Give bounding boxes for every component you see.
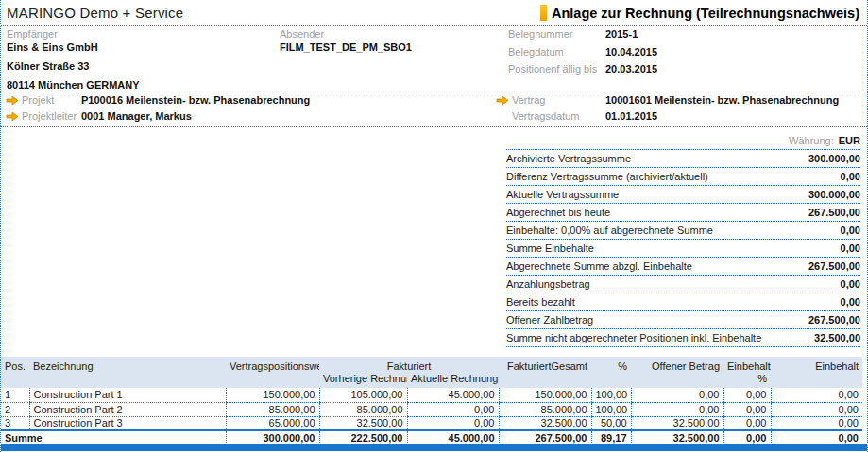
company-title: MARINGO Demo + Service: [7, 5, 183, 21]
faellig-bis-label: Positionenf ällig bis: [508, 63, 597, 75]
contract-summary: Währung: EUR Archivierte Vertragssumme30…: [506, 132, 860, 347]
summary-label: Aktuelle Vertragssumme: [506, 189, 619, 200]
cell-wert: 85.000,00: [226, 402, 319, 416]
table-header-row-2: Vorherige Rechnungen Aktuelle Rechnung %: [1, 373, 862, 388]
col-header-einbehalt-grp: Einbehalt: [723, 357, 771, 373]
recipient-label: Empfänger: [7, 28, 58, 40]
projektleiter-value: 0001 Manager, Markus: [81, 110, 192, 122]
cell-vorherige: 105.000,00: [319, 388, 407, 402]
cell-wert: 65.000,00: [226, 416, 319, 430]
summary-row: Differenz Vertragssumme (archiviert/aktu…: [506, 168, 860, 186]
cell-prozent: 100,00: [591, 402, 631, 416]
cell-pos: 2: [1, 402, 29, 416]
summary-row: Abgerechnet bis heute267.500,00: [506, 204, 860, 222]
faellig-bis-value: 20.03.2015: [605, 63, 657, 75]
summary-row: Summe nicht abgerechneter Positionen ink…: [506, 329, 860, 347]
summary-value: 267.500,00: [808, 260, 860, 272]
vertrag-label: Vertrag: [512, 94, 545, 106]
cell-pos: 1: [1, 388, 29, 402]
belegnummer-label: Belegnummer: [508, 28, 572, 40]
summary-label: Summe Einbehalte: [506, 243, 594, 254]
total-vorherige: 222.500,00: [319, 430, 407, 444]
report-title: Anlage zur Rechnung (Teilrechnungsnachwe…: [540, 5, 859, 21]
cell-aktuelle: 0,00: [407, 416, 499, 430]
cell-offener: 32.500,00: [631, 416, 723, 430]
positions-total-row: Summe 300.000,00 222.500,00 45.000,00 26…: [1, 430, 862, 444]
total-offener: 32.500,00: [631, 430, 723, 444]
position-row: 3 Construction Part 3 65.000,00 32.500,0…: [1, 416, 862, 430]
title-marker-icon: [540, 5, 547, 21]
cell-bezeichnung: Construction Part 2: [29, 402, 226, 416]
cell-aktuelle: 45.000,00: [407, 388, 499, 402]
total-einbehalt-prozent: 0,00: [723, 430, 771, 444]
link-arrow-icon[interactable]: [496, 95, 509, 106]
cell-einbehalt-prozent: 0,00: [723, 388, 771, 402]
currency-label: Währung:: [789, 135, 834, 146]
vertragsdatum-label: Vertragsdatum: [512, 110, 580, 122]
summary-value: 300.000,00: [808, 189, 860, 200]
col-header-aktuelle-rechnung: Aktuelle Rechnung: [407, 373, 499, 388]
summary-label: Einbehalte: 0,00% auf abgerechnete Summe: [506, 225, 713, 236]
summary-label: Offener Zahlbetrag: [506, 314, 593, 326]
cell-prozent: 100,00: [591, 388, 631, 402]
bottom-bar: [1, 444, 867, 451]
cell-offener: 0,00: [631, 402, 723, 416]
link-arrow-icon[interactable]: [6, 111, 19, 122]
col-header-einbehalt: Einbehalt: [771, 357, 862, 373]
summary-value: 32.500,00: [814, 332, 860, 343]
total-einbehalt: 0,00: [771, 430, 862, 444]
sender-value: FILM_TEST_DE_PM_SBO1: [280, 42, 412, 53]
vertrag-value: 10001601 Meilenstein- bzw. Phasenabrechn…: [605, 94, 839, 106]
col-header-prozent: %: [591, 357, 631, 373]
summary-value: 300.000,00: [808, 153, 860, 164]
recipient-street: Kölner Straße 33: [7, 60, 89, 72]
total-prozent: 89,17: [591, 430, 631, 444]
cell-einbehalt: 0,00: [771, 416, 862, 430]
summary-value: 267.500,00: [808, 314, 860, 326]
cell-einbehalt: 0,00: [771, 402, 862, 416]
cell-bezeichnung: Construction Part 1: [29, 388, 226, 402]
summary-label: Archivierte Vertragssumme: [506, 153, 631, 164]
cell-aktuelle: 0,00: [407, 402, 499, 416]
total-wert: 300.000,00: [226, 430, 319, 444]
summary-value: 0,00: [841, 296, 860, 308]
summary-row: Offener Zahlbetrag267.500,00: [506, 311, 860, 329]
position-row: 2 Construction Part 2 85.000,00 85.000,0…: [1, 402, 862, 416]
belegdatum-value: 10.04.2015: [605, 46, 657, 58]
total-gesamt: 267.500,00: [499, 430, 591, 444]
summary-row: Anzahlungsbetrag0,00: [506, 276, 860, 293]
col-header-einbehalt-prozent: %: [723, 373, 771, 388]
cell-prozent: 50,00: [591, 416, 631, 430]
invoice-annex-page: MARINGO Demo + Service Anlage zur Rechnu…: [0, 0, 868, 452]
col-header-offener-betrag: Offener Betrag: [631, 357, 723, 373]
projekt-label: Projekt: [22, 94, 54, 106]
summary-row: Aktuelle Vertragssumme300.000,00: [506, 186, 860, 204]
summary-value: 0,00: [841, 171, 860, 182]
position-row: 1 Construction Part 1 150.000,00 105.000…: [1, 388, 862, 402]
belegnummer-value: 2015-1: [605, 28, 638, 40]
summary-row: Abgerechnete Summe abzgl. Einbehalte267.…: [506, 258, 860, 276]
recipient-name: Eins & Eins GmbH: [7, 42, 98, 53]
table-header-row-1: Pos. Bezeichnung Vertragspositionswert F…: [1, 357, 862, 373]
summary-value: 0,00: [841, 225, 860, 236]
summary-row: Archivierte Vertragssumme300.000,00: [506, 150, 860, 168]
cell-vorherige: 85.000,00: [319, 402, 407, 416]
sender-label: Absender: [280, 28, 324, 40]
summary-label: Differenz Vertragssumme (archiviert/aktu…: [506, 171, 708, 182]
total-label: Summe: [1, 430, 226, 444]
divider: [1, 25, 867, 26]
summary-label: Abgerechnete Summe abzgl. Einbehalte: [506, 260, 692, 272]
cell-offener: 0,00: [631, 388, 723, 402]
cell-gesamt: 85.000,00: [499, 402, 591, 416]
cell-bezeichnung: Construction Part 3: [29, 416, 226, 430]
summary-label: Bereits bezahlt: [506, 296, 575, 308]
col-header-pos: Pos.: [1, 357, 29, 373]
summary-value: 0,00: [841, 243, 860, 254]
cell-wert: 150.000,00: [226, 388, 319, 402]
col-header-vorherige-rechnungen: Vorherige Rechnungen: [319, 373, 407, 388]
summary-row: Bereits bezahlt0,00: [506, 293, 860, 311]
link-arrow-icon[interactable]: [6, 95, 19, 106]
projektleiter-label: Projektleiter: [22, 110, 77, 122]
summary-label: Anzahlungsbetrag: [506, 278, 590, 290]
projekt-value: P100016 Meilenstein- bzw. Phasenabrechnu…: [81, 94, 310, 106]
